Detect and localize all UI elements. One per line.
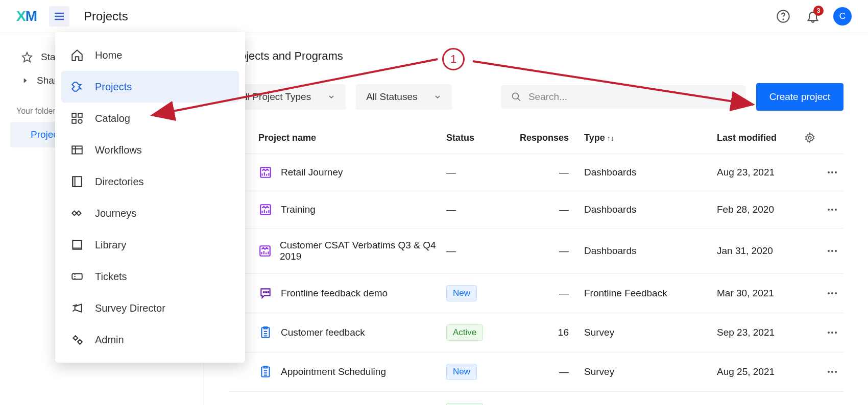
project-type-icon xyxy=(258,365,273,379)
search-input[interactable] xyxy=(528,91,736,103)
menu-item-journeys[interactable]: Journeys xyxy=(61,197,239,229)
create-project-button[interactable]: Create project xyxy=(756,83,843,111)
project-status: Active xyxy=(446,403,518,405)
menu-item-survey-director[interactable]: Survey Director xyxy=(61,292,239,324)
menu-item-tickets[interactable]: Tickets xyxy=(61,261,239,292)
status-filter[interactable]: All Statuses xyxy=(356,84,452,110)
row-actions-button[interactable] xyxy=(821,287,843,299)
status-badge: Active xyxy=(446,403,483,405)
project-type: Dashboards xyxy=(584,167,717,178)
search-icon xyxy=(511,91,521,103)
more-icon xyxy=(826,326,838,339)
table-row[interactable]: Retail Shopper Journey SurveyActive50Sur… xyxy=(229,391,843,405)
project-responses: — xyxy=(518,167,584,178)
more-icon xyxy=(826,166,838,179)
status-badge: New xyxy=(446,364,477,380)
project-status: New xyxy=(446,285,518,301)
project-responses: — xyxy=(518,245,584,257)
section-title: Projects and Programs xyxy=(229,49,843,63)
tickets-icon xyxy=(70,270,84,283)
project-type: Dashboards xyxy=(584,245,717,257)
library-icon xyxy=(70,238,84,251)
table-settings-button[interactable] xyxy=(799,132,821,143)
svg-point-7 xyxy=(512,93,518,99)
directories-icon xyxy=(70,175,84,188)
menu-item-label: Survey Director xyxy=(95,302,165,314)
project-responses: — xyxy=(518,288,584,299)
header-name[interactable]: Project name xyxy=(254,133,446,143)
svg-rect-18 xyxy=(260,205,271,215)
row-actions-button[interactable] xyxy=(821,204,843,216)
project-status: New xyxy=(446,364,518,380)
svg-point-80 xyxy=(74,337,78,340)
svg-point-37 xyxy=(828,292,830,294)
table-row[interactable]: Training——DashboardsFeb 28, 2020 xyxy=(229,191,843,228)
table-row[interactable]: Customer feedbackActive16SurveySep 23, 2… xyxy=(229,313,843,352)
home-icon xyxy=(70,48,84,62)
table-row[interactable]: Frontline feedback demoNew—Frontline Fee… xyxy=(229,273,843,313)
star-icon xyxy=(21,52,33,63)
row-actions-button[interactable] xyxy=(821,326,843,339)
menu-item-label: Directories xyxy=(95,176,144,188)
svg-point-16 xyxy=(831,171,833,173)
projects-icon xyxy=(70,80,84,93)
row-actions-button[interactable] xyxy=(821,245,843,257)
survey-director-icon xyxy=(70,301,84,315)
menu-item-library[interactable]: Library xyxy=(61,229,239,261)
user-avatar[interactable]: C xyxy=(833,7,852,26)
menu-item-admin[interactable]: Admin xyxy=(61,324,239,356)
project-status: — xyxy=(446,204,518,215)
workflows-icon xyxy=(70,143,84,157)
row-actions-button[interactable] xyxy=(821,366,843,378)
menu-item-catalog[interactable]: Catalog xyxy=(61,103,239,134)
project-modified: Sep 23, 2021 xyxy=(717,327,799,338)
table-row[interactable]: Retail Journey——DashboardsAug 23, 2021 xyxy=(229,154,843,191)
project-name: Retail Journey xyxy=(281,167,343,178)
menu-item-directories[interactable]: Directories xyxy=(61,166,239,197)
project-modified: Aug 25, 2021 xyxy=(717,366,799,377)
svg-point-32 xyxy=(831,250,833,252)
project-responses: 16 xyxy=(518,327,584,338)
header-type[interactable]: Type↑↓ xyxy=(584,133,717,143)
app-header: XM Projects 3 C xyxy=(0,0,868,33)
table-row[interactable]: Appointment SchedulingNew—SurveyAug 25, … xyxy=(229,352,843,391)
chevron-right-icon xyxy=(21,77,29,84)
help-button[interactable] xyxy=(774,7,792,26)
header-modified[interactable]: Last modified xyxy=(717,133,799,143)
project-name: Appointment Scheduling xyxy=(281,366,386,377)
table-row[interactable]: Customer CSAT Verbatims Q3 & Q4 2019——Da… xyxy=(229,228,843,273)
svg-point-68 xyxy=(78,119,82,123)
main-menu-panel: HomeProjectsCatalogWorkflowsDirectoriesJ… xyxy=(55,32,245,363)
hamburger-icon xyxy=(53,10,65,22)
project-modified: Feb 28, 2020 xyxy=(717,204,799,215)
page-title: Projects xyxy=(84,9,128,23)
header-status[interactable]: Status xyxy=(446,133,518,143)
svg-point-35 xyxy=(266,292,267,293)
project-type-filter[interactable]: All Project Types xyxy=(229,84,346,110)
annotation-marker: 1 xyxy=(442,48,465,70)
sort-indicator-icon: ↑↓ xyxy=(607,134,614,142)
header-responses[interactable]: Responses xyxy=(518,133,584,143)
menu-item-projects[interactable]: Projects xyxy=(61,71,239,103)
more-icon xyxy=(826,287,838,299)
project-type: Dashboards xyxy=(584,204,717,215)
project-responses: — xyxy=(518,366,584,377)
chevron-down-icon xyxy=(433,93,442,101)
svg-point-34 xyxy=(263,292,264,293)
menu-item-workflows[interactable]: Workflows xyxy=(61,134,239,166)
svg-rect-69 xyxy=(72,146,82,154)
project-responses: — xyxy=(518,204,584,215)
main-menu-toggle[interactable] xyxy=(49,6,69,27)
project-type: Survey xyxy=(584,327,717,338)
project-type-icon xyxy=(258,202,273,217)
project-status: — xyxy=(446,245,518,257)
svg-point-4 xyxy=(783,19,783,19)
row-actions-button[interactable] xyxy=(821,166,843,179)
menu-item-home[interactable]: Home xyxy=(61,39,239,71)
project-type-label: All Project Types xyxy=(239,91,311,103)
svg-point-9 xyxy=(808,136,811,139)
menu-item-label: Workflows xyxy=(95,144,142,156)
search-box[interactable] xyxy=(501,85,746,109)
notifications-button[interactable]: 3 xyxy=(804,7,822,26)
svg-point-38 xyxy=(831,292,833,294)
